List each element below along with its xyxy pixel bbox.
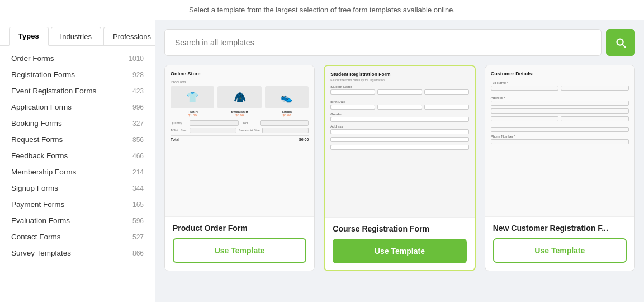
card-course-registration: Student Registration Form Fill out the f… <box>324 65 475 271</box>
sidebar-item-count-0: 1010 <box>129 55 144 63</box>
sidebar-item-3[interactable]: Application Forms 996 <box>0 99 155 115</box>
product-price-3: $5.00 <box>265 114 309 117</box>
top-bar: Select a template from the largest selec… <box>0 0 644 20</box>
card-footer-2: Course Registration Form Use Template <box>325 217 474 270</box>
reg-row-name <box>330 89 468 97</box>
sidebar-item-count-3: 996 <box>132 103 144 111</box>
reg-title: Student Registration Form <box>330 72 468 77</box>
card-title-1: Product Order Form <box>173 224 306 233</box>
sidebar-item-count-4: 327 <box>132 120 144 128</box>
sidebar-item-2[interactable]: Event Registration Forms 423 <box>0 83 155 99</box>
sidebar-item-6[interactable]: Feedback Forms 466 <box>0 148 155 164</box>
sidebar-item-label-2: Event Registration Forms <box>11 87 96 95</box>
reg-field-address: Address <box>330 125 468 128</box>
color-label: Color <box>241 121 258 125</box>
product-img-3: 👟 <box>265 86 309 108</box>
product-price-1: $1.00 <box>171 114 214 117</box>
sidebar-item-5[interactable]: Request Forms 856 <box>0 131 155 148</box>
use-template-btn-2[interactable]: Use Template <box>333 239 466 263</box>
sidebar-item-count-6: 466 <box>132 152 144 160</box>
sidebar-item-label-0: Order Forms <box>11 54 54 63</box>
products-label: Products <box>171 80 309 84</box>
sidebar-item-10[interactable]: Evaluation Forms 596 <box>0 213 155 229</box>
tshirt-size-select <box>190 128 236 133</box>
sweat-size-select <box>262 128 309 133</box>
card-preview-2: Student Registration Form Fill out the f… <box>325 66 474 217</box>
product-item-1: 👕 T-Shirt $1.00 <box>171 86 214 117</box>
sidebar-item-label-11: Contact Forms <box>11 233 61 241</box>
sidebar-item-count-7: 214 <box>132 168 144 176</box>
customer-preview: Customer Details: Full Name * Address * <box>485 65 634 216</box>
total-row: Total $6.00 <box>171 135 309 141</box>
sidebar-item-label-6: Feedback Forms <box>11 152 68 160</box>
sidebar-item-label-10: Evaluation Forms <box>11 216 70 225</box>
sidebar-item-count-5: 856 <box>132 136 144 144</box>
qty-label: Quantity <box>171 121 187 125</box>
reg-subtitle: Fill out the form carefully for registra… <box>330 78 468 82</box>
store-title: Online Store <box>171 71 309 77</box>
tab-professions[interactable]: Professions <box>103 27 155 45</box>
sidebar-item-8[interactable]: Signup Forms 344 <box>0 180 155 196</box>
sidebar-item-4[interactable]: Booking Forms 327 <box>0 115 155 131</box>
tab-types[interactable]: Types <box>9 27 49 46</box>
reg-field-gender: Gender <box>330 112 468 116</box>
search-icon <box>614 36 627 49</box>
qty-select <box>190 120 239 126</box>
reg-preview: Student Registration Form Fill out the f… <box>325 66 474 217</box>
tabs-bar: Types Industries Professions <box>0 20 155 46</box>
form-row-qty: Quantity Color <box>171 120 309 126</box>
sidebar-item-12[interactable]: Survey Templates 866 <box>0 245 155 261</box>
card-customer-registration: Customer Details: Full Name * Address * <box>485 65 635 271</box>
card-footer-1: Product Order Form Use Template <box>165 216 314 270</box>
subtitle: Select a template from the largest selec… <box>11 6 633 14</box>
product-img-2: 🧥 <box>217 86 261 108</box>
sidebar-item-count-10: 596 <box>132 217 144 225</box>
sidebar-item-11[interactable]: Contact Forms 527 <box>0 229 155 245</box>
sidebar-item-label-7: Membership Forms <box>11 168 76 176</box>
sidebar-item-label-12: Survey Templates <box>11 249 71 257</box>
sidebar-item-count-11: 527 <box>132 233 144 241</box>
sidebar-item-9[interactable]: Payment Forms 165 <box>0 196 155 213</box>
product-item-3: 👟 Shoes $5.00 <box>265 86 309 117</box>
sidebar-item-count-12: 866 <box>132 249 144 257</box>
card-footer-3: New Customer Registration F... Use Templ… <box>485 216 634 270</box>
sidebar-item-label-4: Booking Forms <box>11 119 62 128</box>
card-title-2: Course Registration Form <box>333 224 466 233</box>
search-button[interactable] <box>606 29 635 56</box>
sidebar-item-count-1: 928 <box>132 71 144 79</box>
sidebar-item-label-8: Signup Forms <box>11 184 58 192</box>
sidebar-item-count-8: 344 <box>132 185 144 192</box>
product-price-2: $5.00 <box>217 114 261 117</box>
card-preview-3: Customer Details: Full Name * Address * <box>485 65 634 216</box>
reg-field-birth: Birth Date <box>330 100 468 103</box>
use-template-btn-1[interactable]: Use Template <box>173 238 306 263</box>
store-preview: Online Store Products 👕 T-Shirt $1.00 🧥 … <box>165 65 314 216</box>
sidebar-item-1[interactable]: Registration Forms 928 <box>0 67 155 83</box>
sidebar-item-label-9: Payment Forms <box>11 200 64 209</box>
use-template-btn-3[interactable]: Use Template <box>493 238 627 263</box>
sidebar-item-0[interactable]: Order Forms 1010 <box>0 50 155 67</box>
form-row-size: T-Shirt Size Sweatshirt Size <box>171 128 309 133</box>
tshirt-size-label: T-Shirt Size <box>171 129 187 132</box>
content-area: Online Store Products 👕 T-Shirt $1.00 🧥 … <box>155 20 644 302</box>
search-input[interactable] <box>164 29 602 56</box>
cust-title: Customer Details: <box>491 71 629 77</box>
card-title-3: New Customer Registration F... <box>493 224 627 233</box>
card-product-order: Online Store Products 👕 T-Shirt $1.00 🧥 … <box>164 65 315 271</box>
sidebar: Types Industries Professions Order Forms… <box>0 20 155 302</box>
sidebar-list: Order Forms 1010 Registration Forms 928 … <box>0 46 155 302</box>
main-layout: Types Industries Professions Order Forms… <box>0 20 644 302</box>
sidebar-item-count-2: 423 <box>132 87 144 95</box>
tab-industries[interactable]: Industries <box>51 27 101 45</box>
reg-field-student-name: Student Name <box>330 85 468 88</box>
card-preview-1: Online Store Products 👕 T-Shirt $1.00 🧥 … <box>165 65 314 216</box>
cards-row: Online Store Products 👕 T-Shirt $1.00 🧥 … <box>164 65 635 271</box>
sidebar-item-7[interactable]: Membership Forms 214 <box>0 164 155 180</box>
sidebar-item-label-5: Request Forms <box>11 135 63 144</box>
total-label: Total <box>171 138 179 141</box>
sidebar-item-label-3: Application Forms <box>11 103 72 111</box>
color-select <box>260 120 309 126</box>
sidebar-item-label-1: Registration Forms <box>11 70 75 79</box>
search-bar <box>164 29 635 56</box>
total-value: $6.00 <box>299 138 309 141</box>
